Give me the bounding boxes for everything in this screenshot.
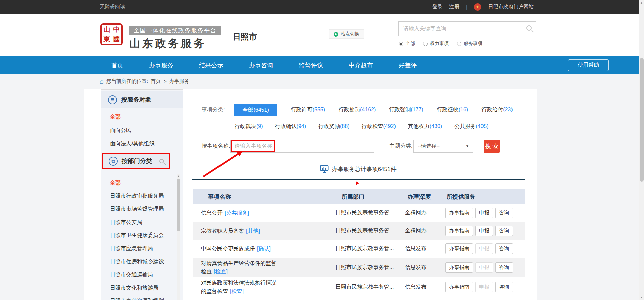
- login-link[interactable]: 登录: [432, 4, 442, 10]
- department-scrollbar-thumb[interactable]: [177, 179, 180, 231]
- category-filter[interactable]: 全部(6451): [234, 104, 277, 116]
- action-button[interactable]: 办事指南: [445, 282, 473, 292]
- search-button[interactable]: 搜 索: [484, 140, 500, 153]
- item-actions: 办事指南 申报 咨询: [437, 226, 525, 236]
- item-depth: 信息发布: [405, 284, 437, 291]
- national-emblem-icon: ★: [474, 3, 481, 11]
- register-link[interactable]: 注册: [449, 4, 459, 10]
- action-button[interactable]: 咨询: [495, 226, 513, 236]
- item-name-input[interactable]: [230, 140, 374, 153]
- action-button[interactable]: 咨询: [495, 262, 513, 273]
- keyword-search-box: [398, 21, 536, 36]
- items-table: 事项名称 所属部门 办理深度 所提供服务 信息公开[公共服务] 日照市民族宗教事…: [193, 189, 525, 297]
- category-filter[interactable]: 行政检查(492): [361, 123, 396, 130]
- action-button[interactable]: 咨询: [495, 243, 513, 254]
- action-button[interactable]: 办事指南: [445, 208, 473, 218]
- search-scope-radio[interactable]: 权力事项: [423, 41, 449, 47]
- service-target-icon: ≣: [108, 95, 117, 104]
- item-tag[interactable]: [公共服务]: [225, 210, 249, 216]
- breadcrumb-home-link[interactable]: 首页: [151, 78, 161, 85]
- search-scope-radio[interactable]: 服务事项: [457, 41, 482, 47]
- item-name-link[interactable]: 宗教教职人员备案[其他]: [201, 227, 260, 235]
- item-name-label: 按事项名称:: [202, 140, 230, 153]
- portal-link[interactable]: 日照市政府门户网站: [488, 4, 534, 10]
- sidebar-item[interactable]: 日照市文化和旅游局: [101, 281, 183, 295]
- page-scrollbar[interactable]: ▲ ▼: [639, 0, 644, 300]
- nav-items: 首页办事服务结果公示办事咨询监督评议中介超市好差评: [0, 56, 639, 74]
- top-utility-bar: 无障碍阅读 登录 注册 | ★ 日照市政府门户网站: [0, 0, 644, 14]
- item-depth: 全程网办: [405, 227, 437, 234]
- action-button[interactable]: 办事指南: [445, 243, 473, 254]
- breadcrumb-prefix: 您当前所在的位置:: [106, 78, 148, 85]
- category-filter[interactable]: 行政给付(23): [481, 106, 513, 113]
- nav-item[interactable]: 首页: [111, 61, 123, 69]
- select-caret-icon: ▼: [466, 144, 469, 148]
- action-button[interactable]: 申报: [475, 208, 493, 218]
- col-header-services: 所提供服务: [437, 193, 525, 201]
- action-button[interactable]: 办事指南: [445, 226, 473, 236]
- action-button[interactable]: 咨询: [495, 208, 513, 218]
- category-filter[interactable]: 行政奖励(88): [318, 123, 349, 130]
- department-list-scrollbar[interactable]: ▲: [177, 174, 180, 300]
- action-button[interactable]: 申报: [475, 226, 493, 236]
- keyword-search-input[interactable]: [399, 22, 536, 36]
- breadcrumb: ⌂ 您当前所在的位置: 首页 > 办事服务: [100, 78, 189, 85]
- nav-item[interactable]: 办事咨询: [249, 61, 273, 69]
- department-search-icon[interactable]: [159, 159, 164, 163]
- category-filter[interactable]: 行政许可(555): [291, 106, 325, 113]
- sidebar-item[interactable]: 日照市应急管理局: [101, 242, 183, 255]
- nav-item[interactable]: 结果公示: [199, 61, 223, 69]
- scrollbar-down-icon[interactable]: ▼: [639, 295, 644, 300]
- help-button[interactable]: 使用帮助: [568, 59, 609, 71]
- sidebar-item[interactable]: 全部: [101, 110, 183, 124]
- nav-item[interactable]: 好差评: [399, 61, 417, 69]
- nav-item[interactable]: 办事服务: [149, 61, 173, 69]
- action-button[interactable]: 申报: [475, 282, 493, 292]
- sidebar-item[interactable]: 面向法人/其他组织: [101, 137, 183, 151]
- category-filter[interactable]: 行政确认(94): [275, 123, 306, 130]
- stats-chart-icon: [320, 165, 329, 173]
- item-name-link[interactable]: 对清真食品生产经营条件的监督检查[检查]: [201, 259, 281, 276]
- action-button[interactable]: 办事指南: [445, 262, 473, 273]
- item-tag[interactable]: [检查]: [230, 288, 244, 294]
- shandong-seal-logo: 山 中 東 國: [100, 23, 123, 45]
- topic-select[interactable]: --请选择-- ▼: [413, 140, 473, 153]
- category-filter[interactable]: 行政强制(177): [389, 106, 423, 113]
- item-tag[interactable]: [确认]: [257, 246, 271, 252]
- item-name-link[interactable]: 信息公开[公共服务]: [201, 209, 249, 217]
- sidebar-item[interactable]: 日照市公安局: [101, 216, 183, 229]
- category-filter[interactable]: 行政裁决(9): [235, 123, 263, 130]
- action-button[interactable]: 咨询: [495, 282, 513, 292]
- accessibility-link[interactable]: 无障碍阅读: [100, 4, 125, 10]
- item-name-link[interactable]: 对民族政策和法律法规执行情况的监督检查[检查]: [201, 278, 281, 295]
- category-filter[interactable]: 行政征收(16): [437, 106, 468, 113]
- sidebar-item[interactable]: 日照市行政审批服务局: [101, 190, 183, 203]
- category-filter[interactable]: 其他权力(430): [408, 123, 442, 130]
- search-icon[interactable]: [526, 25, 532, 31]
- sidebar-item[interactable]: 日照市自然资源和规划...: [101, 295, 183, 300]
- sidebar-item[interactable]: 全部: [101, 176, 183, 190]
- site-switch-button[interactable]: 站点切换: [329, 29, 364, 39]
- nav-item[interactable]: 监督评议: [299, 61, 323, 69]
- page-scrollbar-thumb[interactable]: [640, 58, 644, 182]
- category-filter[interactable]: 行政处罚(4162): [339, 106, 376, 113]
- category-filter[interactable]: 公共服务(405): [454, 123, 488, 130]
- search-scope-radio[interactable]: 全部: [399, 41, 415, 47]
- item-tag[interactable]: [检查]: [214, 269, 228, 274]
- scroll-up-arrow-icon[interactable]: ▲: [177, 174, 180, 178]
- nav-item[interactable]: 中介超市: [349, 61, 373, 69]
- sidebar-item[interactable]: 日照市卫生健康委员会: [101, 229, 183, 242]
- scrollbar-up-icon[interactable]: ▲: [639, 0, 644, 5]
- category-filter-row-1: 事项分类: 全部(6451) 行政许可(555) 行政处罚(4162) 行政强制…: [202, 104, 513, 116]
- item-department: 日照市民族宗教事务管...: [335, 245, 405, 252]
- action-button[interactable]: 申报: [475, 243, 493, 254]
- sidebar-item[interactable]: 日照市交通运输局: [101, 268, 183, 281]
- sidebar-item[interactable]: 面向公民: [101, 124, 183, 137]
- table-row: 信息公开[公共服务] 日照市民族宗教事务管... 全程网办 办事指南 申报 咨询: [193, 204, 525, 222]
- category-filter-row-2: 行政裁决(9) 行政确认(94) 行政奖励(88) 行政检查(492) 其他权力…: [235, 122, 489, 130]
- item-tag[interactable]: [其他]: [246, 228, 260, 234]
- action-button[interactable]: 申报: [475, 262, 493, 273]
- item-name-link[interactable]: 中国公民变更民族成份[确认]: [201, 244, 271, 253]
- sidebar-item[interactable]: 日照市住房和城乡建设...: [101, 255, 183, 268]
- sidebar-item[interactable]: 日照市市场监督管理局: [101, 203, 183, 216]
